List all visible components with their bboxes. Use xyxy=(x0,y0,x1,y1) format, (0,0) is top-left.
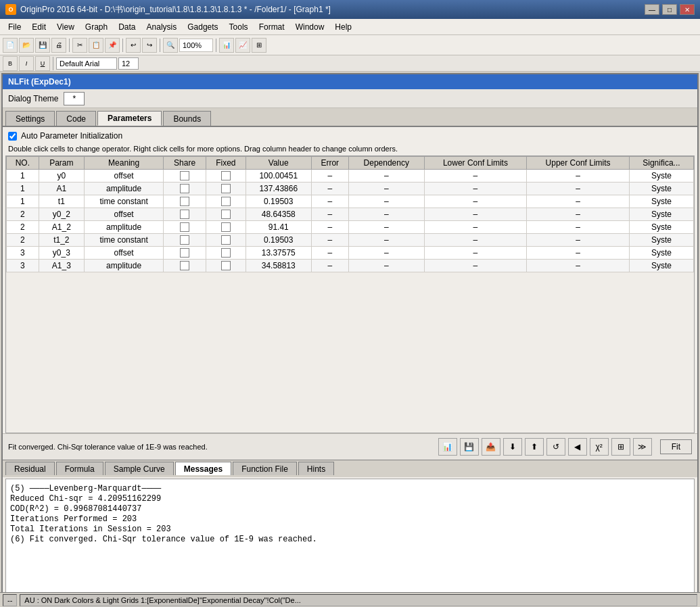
cell-share[interactable] xyxy=(164,170,206,183)
cell-fixed[interactable] xyxy=(206,208,246,221)
back-btn[interactable]: ◀ xyxy=(568,438,587,456)
cell-fixed[interactable] xyxy=(206,234,246,247)
graph-button[interactable]: 📊 xyxy=(219,38,234,53)
tab-settings[interactable]: Settings xyxy=(5,111,55,126)
undo-button[interactable]: ↩ xyxy=(126,38,141,53)
cell-upper: – xyxy=(527,234,630,247)
toolbar-sep-3 xyxy=(160,39,160,52)
redo-button[interactable]: ↪ xyxy=(142,38,157,53)
subtab-sample-curve[interactable]: Sample Curve xyxy=(105,462,174,475)
cell-value[interactable]: 91.41 xyxy=(246,221,311,234)
print-button[interactable]: 🖨 xyxy=(51,38,66,53)
menu-graph[interactable]: Graph xyxy=(80,21,113,33)
font-name-dropdown[interactable]: Default Arial xyxy=(56,57,117,70)
cell-value[interactable]: 137.43866 xyxy=(246,183,311,195)
format-btn-1[interactable]: B xyxy=(3,56,18,71)
col-lower: Lower Conf Limits xyxy=(424,157,527,170)
chi-sqr-btn[interactable]: χ² xyxy=(590,438,609,456)
cell-value[interactable]: 100.00451 xyxy=(246,170,311,183)
minimize-button[interactable]: — xyxy=(645,4,659,15)
menu-edit[interactable]: Edit xyxy=(26,21,51,33)
zoom-level[interactable]: 100% xyxy=(179,39,213,52)
cell-share[interactable] xyxy=(164,234,206,247)
save-button[interactable]: 💾 xyxy=(35,38,50,53)
auto-param-checkbox[interactable] xyxy=(8,132,17,141)
menu-view[interactable]: View xyxy=(51,21,80,33)
zoom-in-button[interactable]: 🔍 xyxy=(163,38,178,53)
cell-fixed[interactable] xyxy=(206,247,246,260)
subtab-function-file[interactable]: Function File xyxy=(233,462,297,475)
format-btn-2[interactable]: I xyxy=(19,56,34,71)
save-result-btn[interactable]: 💾 xyxy=(460,438,479,456)
cell-no: 2 xyxy=(7,221,39,234)
subtab-hints[interactable]: Hints xyxy=(298,462,334,475)
table-row: 2 t1_2 time constant 0.19503 – – – – Sys… xyxy=(7,234,694,247)
cell-meaning: time constant xyxy=(84,195,163,208)
dialog-theme-value[interactable]: * xyxy=(64,92,85,105)
sub-tabs-row: Residual Formula Sample Curve Messages F… xyxy=(3,460,697,477)
copy-button[interactable]: 📋 xyxy=(89,38,103,53)
cell-lower: – xyxy=(424,170,527,183)
close-button[interactable]: ✕ xyxy=(680,4,695,15)
title-text: OriginPro 2016 64-bit - D:\书\origin_tuto… xyxy=(20,4,331,16)
cell-fixed[interactable] xyxy=(206,170,246,183)
menu-file[interactable]: File xyxy=(3,21,26,33)
table-row: 1 t1 time constant 0.19503 – – – – Syste xyxy=(7,195,694,208)
fit-button[interactable]: Fit xyxy=(660,439,692,454)
cell-sig: Syste xyxy=(629,208,693,221)
new-file-button[interactable]: 📄 xyxy=(3,38,18,53)
cell-fixed[interactable] xyxy=(206,260,246,272)
cell-share[interactable] xyxy=(164,208,206,221)
col-error: Error xyxy=(311,157,348,170)
menu-tools[interactable]: Tools xyxy=(224,21,254,33)
up-btn[interactable]: ⬆ xyxy=(525,438,544,456)
maximize-button[interactable]: □ xyxy=(662,4,677,15)
tab-bounds[interactable]: Bounds xyxy=(163,111,211,126)
table-btn[interactable]: 📈 xyxy=(235,38,250,53)
open-button[interactable]: 📂 xyxy=(19,38,34,53)
menu-help[interactable]: Help xyxy=(329,21,357,33)
export-btn[interactable]: 📤 xyxy=(482,438,500,456)
cell-share[interactable] xyxy=(164,260,206,272)
cell-value[interactable]: 0.19503 xyxy=(246,234,311,247)
menu-analysis[interactable]: Analysis xyxy=(141,21,183,33)
tab-code[interactable]: Code xyxy=(56,111,96,126)
cell-fixed[interactable] xyxy=(206,183,246,195)
font-size-dropdown[interactable]: 12 xyxy=(118,57,139,70)
cell-upper: – xyxy=(527,170,630,183)
param-btn[interactable]: ⊞ xyxy=(611,438,630,456)
format-btn-3[interactable]: U xyxy=(35,56,50,71)
cell-value[interactable]: 0.19503 xyxy=(246,195,311,208)
col-param: Param xyxy=(39,157,84,170)
tab-parameters[interactable]: Parameters xyxy=(97,111,162,126)
col-value: Value xyxy=(246,157,311,170)
cell-meaning: amplitude xyxy=(84,221,163,234)
paste-button[interactable]: 📌 xyxy=(105,38,120,53)
app-icon: O xyxy=(5,4,16,15)
iter-btn[interactable]: ≫ xyxy=(633,438,652,456)
reset-btn[interactable]: ↺ xyxy=(546,438,565,456)
cell-share[interactable] xyxy=(164,247,206,260)
cut-button[interactable]: ✂ xyxy=(72,38,87,53)
cell-value[interactable]: 48.64358 xyxy=(246,208,311,221)
subtab-residual[interactable]: Residual xyxy=(5,462,55,475)
down-btn[interactable]: ⬇ xyxy=(503,438,522,456)
cell-sig: Syste xyxy=(629,260,693,272)
menu-gadgets[interactable]: Gadgets xyxy=(182,21,223,33)
cell-fixed[interactable] xyxy=(206,221,246,234)
menu-format[interactable]: Format xyxy=(254,21,290,33)
menu-data[interactable]: Data xyxy=(113,21,141,33)
menu-window[interactable]: Window xyxy=(290,21,330,33)
cell-share[interactable] xyxy=(164,195,206,208)
params-table: NO. Param Meaning Share Fixed Value Erro… xyxy=(6,156,694,272)
cell-value[interactable]: 13.37575 xyxy=(246,247,311,260)
matrix-btn[interactable]: ⊞ xyxy=(252,38,266,53)
subtab-messages[interactable]: Messages xyxy=(175,462,231,475)
cell-fixed[interactable] xyxy=(206,195,246,208)
cell-share[interactable] xyxy=(164,183,206,195)
table-row: 2 A1_2 amplitude 91.41 – – – – Syste xyxy=(7,221,694,234)
cell-share[interactable] xyxy=(164,221,206,234)
plot-btn[interactable]: 📊 xyxy=(438,438,457,456)
cell-value[interactable]: 34.58813 xyxy=(246,260,311,272)
subtab-formula[interactable]: Formula xyxy=(56,462,103,475)
